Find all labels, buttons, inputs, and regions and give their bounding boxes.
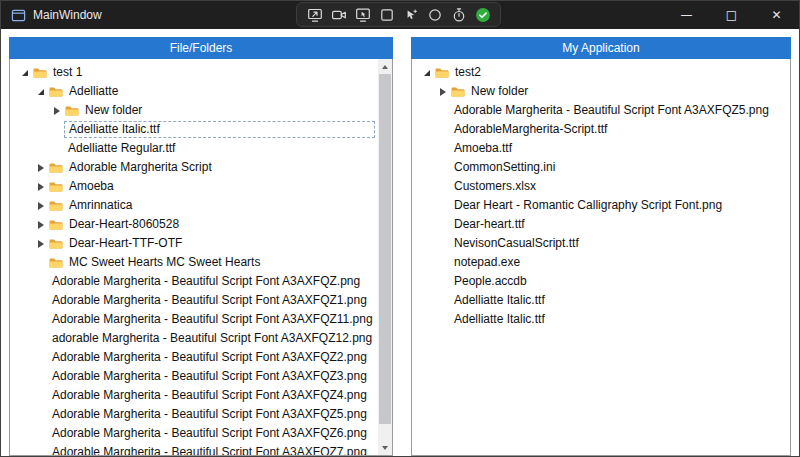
collapse-arrow-icon[interactable] xyxy=(34,85,48,99)
expander-spacer xyxy=(34,313,48,327)
expander-spacer xyxy=(34,351,48,365)
tree-item-file[interactable]: Adelliatte Italic.ttf xyxy=(412,310,790,329)
collapse-arrow-icon[interactable] xyxy=(420,66,434,80)
expand-arrow-icon[interactable] xyxy=(34,237,48,251)
files-tree-scrollbar[interactable] xyxy=(378,59,392,455)
tree-item-folder[interactable]: Amrinnatica xyxy=(10,196,378,215)
tree-item-label: New folder xyxy=(81,102,146,119)
scroll-up-arrow-icon xyxy=(382,65,388,69)
tree-item-file[interactable]: Adelliatte Italic.ttf xyxy=(10,120,378,139)
tree-item-folder[interactable]: test2 xyxy=(412,63,790,82)
scrollbar-track[interactable] xyxy=(378,74,392,440)
expander-spacer xyxy=(436,104,450,118)
tree-item-file[interactable]: AdorableMargherita-Script.ttf xyxy=(412,120,790,139)
tree-item-label: New folder xyxy=(467,83,532,100)
tree-item-file[interactable]: Dear-heart.ttf xyxy=(412,215,790,234)
tree-item-label: Adorable Margherita - Beautiful Script F… xyxy=(450,102,773,119)
expand-arrow-icon[interactable] xyxy=(34,161,48,175)
tree-item-file[interactable]: Adorable Margherita - Beautiful Script F… xyxy=(10,443,378,455)
tree-item-file[interactable]: Adorable Margherita - Beautiful Script F… xyxy=(10,272,378,291)
files-panel: File/Folders test 1AdelliatteNew folderA… xyxy=(9,37,393,456)
expander-spacer xyxy=(34,370,48,384)
window-icon[interactable] xyxy=(378,6,395,23)
tree-item-folder[interactable]: Dear-Heart-8060528 xyxy=(10,215,378,234)
tree-item-file[interactable]: Adorable Margherita - Beautiful Script F… xyxy=(10,348,378,367)
folder-icon xyxy=(434,67,451,79)
camera-icon[interactable] xyxy=(330,6,347,23)
tree-item-file[interactable]: Adorable Margherita - Beautiful Script F… xyxy=(412,101,790,120)
minimize-button[interactable]: — xyxy=(664,1,709,29)
ring-icon[interactable] xyxy=(426,6,443,23)
expand-arrow-icon[interactable] xyxy=(34,180,48,194)
files-tree[interactable]: test 1AdelliatteNew folderAdelliatte Ita… xyxy=(10,59,378,455)
folder-icon xyxy=(48,219,65,231)
maximize-button[interactable]: □ xyxy=(709,1,754,29)
folder-icon xyxy=(450,86,467,98)
tree-item-file[interactable]: People.accdb xyxy=(412,272,790,291)
folder-icon xyxy=(48,257,65,269)
tree-item-label: test2 xyxy=(451,64,485,81)
tree-item-file[interactable]: Adorable Margherita - Beautiful Script F… xyxy=(10,405,378,424)
tree-item-folder[interactable]: MC Sweet Hearts MC Sweet Hearts xyxy=(10,253,378,272)
tree-item-folder[interactable]: Adelliatte xyxy=(10,82,378,101)
tree-item-file[interactable]: notepad.exe xyxy=(412,253,790,272)
tree-item-file[interactable]: Adorable Margherita - Beautiful Script F… xyxy=(10,367,378,386)
tree-item-label: Adorable Margherita - Beautiful Script F… xyxy=(48,444,371,455)
timer-icon[interactable] xyxy=(450,6,467,23)
expander-spacer xyxy=(34,256,48,270)
screen-share-icon[interactable] xyxy=(306,6,323,23)
tree-item-file[interactable]: Adorable Margherita - Beautiful Script F… xyxy=(10,386,378,405)
cursor-effects-icon[interactable] xyxy=(402,6,419,23)
tree-item-file[interactable]: Adelliatte Regular.ttf xyxy=(10,139,378,158)
tree-item-file[interactable]: Adorable Margherita - Beautiful Script F… xyxy=(10,424,378,443)
titlebar[interactable]: MainWindow — □ ✕ xyxy=(1,1,799,29)
tree-item-label: Adelliatte Regular.ttf xyxy=(64,140,179,157)
expander-spacer xyxy=(50,123,64,137)
tree-item-file[interactable]: adorable Margherita - Beautiful Script F… xyxy=(10,329,378,348)
tree-item-label: Adorable Margherita - Beautiful Script F… xyxy=(48,349,371,366)
close-button[interactable]: ✕ xyxy=(754,1,799,29)
tree-item-folder[interactable]: Amoeba xyxy=(10,177,378,196)
tree-item-file[interactable]: Adorable Margherita - Beautiful Script F… xyxy=(10,310,378,329)
tree-item-folder[interactable]: Adorable Margherita Script xyxy=(10,158,378,177)
scrollbar-thumb[interactable] xyxy=(379,74,391,424)
tree-item-folder[interactable]: test 1 xyxy=(10,63,378,82)
tree-item-file[interactable]: Dear Heart - Romantic Calligraphy Script… xyxy=(412,196,790,215)
tree-item-label: MC Sweet Hearts MC Sweet Hearts xyxy=(65,254,264,271)
tree-item-file[interactable]: Amoeba.ttf xyxy=(412,139,790,158)
collapse-arrow-icon[interactable] xyxy=(18,66,32,80)
files-panel-header: File/Folders xyxy=(9,37,393,59)
screen-cursor-icon[interactable] xyxy=(354,6,371,23)
tree-item-file[interactable]: NevisonCasualScript.ttf xyxy=(412,234,790,253)
expander-spacer xyxy=(436,123,450,137)
tree-item-folder[interactable]: Dear-Heart-TTF-OTF xyxy=(10,234,378,253)
tree-item-label: Adelliatte Italic.ttf xyxy=(64,121,375,138)
expand-arrow-icon[interactable] xyxy=(34,199,48,213)
expand-arrow-icon[interactable] xyxy=(50,104,64,118)
expand-arrow-icon[interactable] xyxy=(436,85,450,99)
tree-item-folder[interactable]: New folder xyxy=(412,82,790,101)
tree-item-label: Adorable Margherita - Beautiful Script F… xyxy=(48,425,371,442)
tree-item-file[interactable]: Adelliatte Italic.ttf xyxy=(412,291,790,310)
check-icon[interactable] xyxy=(474,6,491,23)
app-icon[interactable] xyxy=(11,8,26,23)
scroll-down-button[interactable] xyxy=(378,440,392,455)
tree-item-file[interactable]: Customers.xlsx xyxy=(412,177,790,196)
tree-item-label: Adelliatte Italic.ttf xyxy=(450,311,549,328)
tree-item-file[interactable]: CommonSetting.ini xyxy=(412,158,790,177)
triangle-glyph xyxy=(38,183,44,191)
expand-arrow-icon[interactable] xyxy=(34,218,48,232)
application-panel-header: My Application xyxy=(411,37,791,59)
tree-item-label: Adorable Margherita - Beautiful Script F… xyxy=(48,368,371,385)
folder-icon xyxy=(48,200,65,212)
triangle-glyph xyxy=(22,70,28,76)
triangle-glyph xyxy=(38,221,44,229)
expander-spacer xyxy=(34,446,48,456)
application-tree[interactable]: test2New folderAdorable Margherita - Bea… xyxy=(412,59,790,455)
window-title: MainWindow xyxy=(33,8,102,22)
expander-spacer xyxy=(34,294,48,308)
tree-item-folder[interactable]: New folder xyxy=(10,101,378,120)
scroll-up-button[interactable] xyxy=(378,59,392,74)
folder-icon xyxy=(48,86,65,98)
tree-item-file[interactable]: Adorable Margherita - Beautiful Script F… xyxy=(10,291,378,310)
